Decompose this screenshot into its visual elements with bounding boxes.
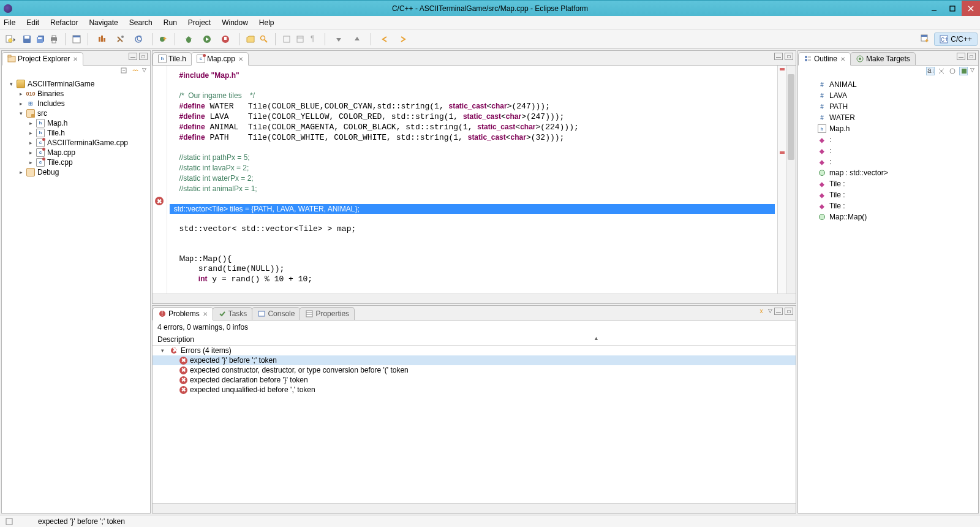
tab-problems[interactable]: ! Problems ✕: [153, 307, 213, 320]
menu-run[interactable]: Run: [162, 17, 178, 28]
problem-row[interactable]: ✖expected '}' before ';' token: [153, 355, 796, 365]
menu-edit[interactable]: Edit: [25, 17, 40, 28]
tab-properties[interactable]: Properties: [300, 307, 355, 320]
new-button[interactable]: [2, 33, 20, 45]
minimize-view-button[interactable]: —: [957, 53, 965, 60]
problems-header[interactable]: Description▲: [153, 334, 796, 346]
menu-help[interactable]: Help: [258, 17, 276, 28]
open-element-button[interactable]: C: [130, 33, 147, 45]
outline-item[interactable]: hMap.h: [801, 123, 976, 134]
tree-node[interactable]: ▸⊞Includes: [4, 99, 148, 108]
maximize-view-button[interactable]: □: [139, 53, 148, 60]
outline-item[interactable]: #ANIMAL: [801, 79, 976, 90]
tab-console[interactable]: Console: [252, 307, 300, 320]
view-menu-icon[interactable]: ▽: [142, 67, 146, 75]
save-button[interactable]: [21, 33, 33, 45]
tab-make-targets[interactable]: Make Targets: [850, 52, 916, 65]
menu-refactor[interactable]: Refactor: [49, 17, 79, 28]
switch-editor-button[interactable]: [70, 33, 83, 45]
menu-file[interactable]: File: [2, 17, 17, 28]
problem-row[interactable]: ✖expected declaration before '}' token: [153, 375, 796, 385]
forward-button[interactable]: [394, 33, 412, 45]
search-button[interactable]: [258, 33, 270, 45]
minimize-view-button[interactable]: —: [129, 53, 137, 60]
tree-node[interactable]: ▸cMap.cpp: [4, 148, 148, 157]
maximize-button[interactable]: [943, 1, 962, 16]
build-button[interactable]: [93, 33, 110, 45]
outline-item[interactable]: #LAVA: [801, 90, 976, 101]
show-whitespace-button[interactable]: ¶: [307, 33, 320, 45]
editor-hscrollbar[interactable]: [153, 294, 796, 303]
problem-row[interactable]: ✖expected constructor, destructor, or ty…: [153, 365, 796, 375]
view-menu-icon[interactable]: ▽: [768, 308, 772, 316]
run-button[interactable]: [198, 33, 216, 45]
toggle-block-button[interactable]: [294, 33, 306, 45]
tab-outline[interactable]: Outline ✕: [798, 52, 851, 66]
tab-project-explorer[interactable]: Project Explorer ✕: [2, 52, 83, 66]
tree-node[interactable]: ▸hMap.h: [4, 118, 148, 128]
minimize-button[interactable]: [925, 1, 943, 16]
debug-button[interactable]: [180, 33, 197, 45]
prev-annotation-button[interactable]: [349, 33, 366, 45]
code-editor[interactable]: #include "Map.h" /* Our ingame tiles */ …: [167, 66, 777, 294]
hide-fields-icon[interactable]: [937, 67, 946, 75]
tree-node[interactable]: ▸cTile.cpp: [4, 157, 148, 167]
outline-item[interactable]: ◆:: [801, 134, 976, 145]
maximize-view-button[interactable]: □: [785, 308, 793, 315]
outline-item[interactable]: ◆Tile :: [801, 178, 976, 189]
toggle-mark-button[interactable]: [281, 33, 293, 45]
tab-tasks[interactable]: Tasks: [213, 307, 253, 320]
outline-item[interactable]: Map::Map(): [801, 211, 976, 222]
maximize-view-button[interactable]: □: [967, 53, 976, 60]
view-menu-icon[interactable]: ▽: [970, 67, 974, 75]
tree-node[interactable]: ▸010Binaries: [4, 89, 148, 99]
tree-node[interactable]: ▸hTile.h: [4, 128, 148, 138]
project-tree[interactable]: ▾ASCIITerminalGame▸010Binaries▸⊞Includes…: [2, 77, 150, 513]
error-group[interactable]: ▾ ✖ Errors (4 items): [153, 346, 796, 355]
tree-node[interactable]: ▸Debug: [4, 167, 148, 177]
open-type-button[interactable]: [244, 33, 257, 45]
external-tools-button[interactable]: [217, 33, 234, 45]
close-icon[interactable]: ✕: [202, 311, 208, 317]
outline-item[interactable]: ◆Tile :: [801, 200, 976, 211]
close-icon[interactable]: ✕: [839, 56, 845, 63]
new-class-button[interactable]: [157, 33, 170, 45]
close-icon[interactable]: ✕: [72, 56, 78, 63]
editor-tab[interactable]: cMap.cpp✕: [191, 52, 249, 66]
problems-filter-icon[interactable]: [758, 308, 766, 316]
problems-hscrollbar[interactable]: [153, 503, 796, 513]
outline-item[interactable]: ◆:: [801, 145, 976, 156]
open-perspective-button[interactable]: [919, 33, 932, 45]
editor-vscrollbar[interactable]: [786, 66, 796, 294]
outline-item[interactable]: ◆Tile :: [801, 189, 976, 200]
outline-item[interactable]: ◆:: [801, 156, 976, 167]
close-button[interactable]: [962, 1, 980, 16]
problem-row[interactable]: ✖expected unqualified-id before ',' toke…: [153, 385, 796, 395]
close-icon[interactable]: ✕: [237, 56, 243, 63]
minimize-view-button[interactable]: —: [774, 308, 783, 315]
maximize-editor-button[interactable]: □: [785, 53, 793, 60]
overview-ruler[interactable]: [777, 66, 786, 294]
hide-static-icon[interactable]: [948, 67, 957, 75]
tree-node[interactable]: ▸cASCIITerminalGame.cpp: [4, 138, 148, 148]
outline-item[interactable]: map : std::vector>: [801, 167, 976, 178]
tree-node[interactable]: ▾src: [4, 108, 148, 118]
sort-icon[interactable]: a↓z: [926, 67, 935, 75]
menu-search[interactable]: Search: [128, 17, 154, 28]
build-config-button[interactable]: [111, 33, 129, 45]
hide-nonpublic-icon[interactable]: [959, 67, 968, 75]
tree-node[interactable]: ▾ASCIITerminalGame: [4, 79, 148, 89]
outline-item[interactable]: #WATER: [801, 112, 976, 123]
error-marker-icon[interactable]: ✖: [155, 197, 164, 205]
link-editor-icon[interactable]: [131, 67, 140, 75]
print-button[interactable]: [48, 33, 60, 45]
minimize-editor-button[interactable]: —: [774, 53, 783, 60]
next-annotation-button[interactable]: [330, 33, 347, 45]
editor-tab[interactable]: hTile.h: [153, 52, 192, 65]
outline-item[interactable]: #PATH: [801, 101, 976, 112]
collapse-all-icon[interactable]: [120, 67, 129, 75]
save-all-button[interactable]: [34, 33, 47, 45]
perspective-cpp[interactable]: c+ C/C++: [934, 32, 978, 46]
menu-window[interactable]: Window: [221, 17, 249, 28]
menu-navigate[interactable]: Navigate: [88, 17, 119, 28]
